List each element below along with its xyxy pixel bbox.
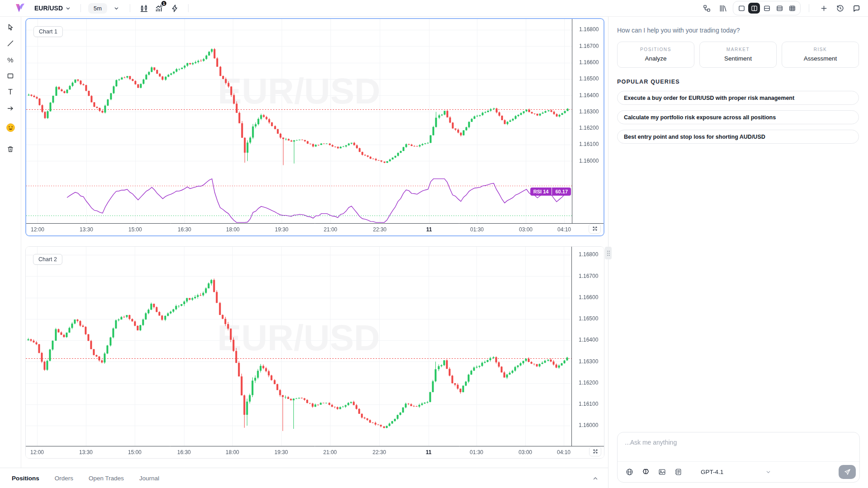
rsi-indicator-badge[interactable]: RSI 14 60.17 bbox=[530, 188, 571, 196]
grip-dots-icon bbox=[607, 250, 610, 256]
trash-tool-button[interactable] bbox=[4, 144, 17, 155]
candlestick-chart-icon[interactable] bbox=[137, 2, 150, 14]
chart1-panel: Chart 1 RSI 14 60.17 bbox=[25, 18, 604, 236]
rectangle-tool-button[interactable] bbox=[4, 70, 17, 81]
trend-line-tool-button[interactable] bbox=[4, 38, 17, 49]
chat-input-box: GPT-4.1 bbox=[617, 432, 860, 483]
layout-single-button[interactable] bbox=[736, 3, 747, 14]
lightning-icon[interactable] bbox=[168, 2, 181, 14]
app-logo-icon bbox=[14, 3, 25, 14]
card-label: Assessment bbox=[785, 55, 856, 62]
card-kicker: POSITIONS bbox=[620, 47, 691, 52]
card-kicker: MARKET bbox=[703, 47, 774, 52]
model-selector[interactable]: GPT-4.1 bbox=[701, 469, 771, 475]
chart2-expand-button[interactable] bbox=[589, 446, 601, 456]
attach-image-icon[interactable] bbox=[656, 467, 667, 478]
chart2-panel: Chart 2 bbox=[25, 246, 604, 459]
trading-app: EUR/USD 5m bbox=[0, 0, 868, 488]
toolbar-divider bbox=[80, 4, 81, 12]
tab-orders[interactable]: Orders bbox=[55, 475, 73, 482]
query-suggestion[interactable]: Execute a buy order for EUR/USD with pro… bbox=[617, 91, 859, 105]
notes-icon[interactable] bbox=[673, 467, 684, 478]
layout-two-columns-button[interactable] bbox=[748, 3, 760, 14]
symbol-label: EUR/USD bbox=[34, 5, 63, 12]
chart2-label[interactable]: Chart 2 bbox=[33, 254, 62, 265]
card-kicker: RISK bbox=[785, 47, 856, 52]
bottom-panel-tabs: Positions Orders Open Trades Journal bbox=[0, 468, 608, 488]
web-search-icon[interactable] bbox=[624, 467, 635, 478]
paper-plane-icon bbox=[844, 469, 851, 475]
chat-input[interactable] bbox=[618, 432, 859, 461]
toolbar-divider bbox=[809, 4, 809, 12]
expand-icon bbox=[592, 226, 598, 231]
top-toolbar: EUR/USD 5m bbox=[0, 0, 868, 17]
drawing-tool-rail: % T bbox=[0, 17, 21, 468]
chevron-up-icon bbox=[593, 476, 598, 481]
emoji-tool-button[interactable] bbox=[4, 122, 17, 133]
chart1-label[interactable]: Chart 1 bbox=[33, 26, 63, 37]
cursor-tool-button[interactable] bbox=[4, 22, 17, 33]
expand-icon bbox=[593, 449, 598, 454]
chart1-canvas[interactable] bbox=[26, 19, 604, 235]
chevron-down-icon bbox=[766, 469, 771, 474]
query-suggestion[interactable]: Calculate my portfolio risk exposure acr… bbox=[617, 110, 859, 124]
text-tool-button[interactable]: T bbox=[4, 87, 17, 98]
rsi-value: 60.17 bbox=[552, 188, 571, 196]
timeframe-label: 5m bbox=[94, 5, 102, 12]
arrow-tool-button[interactable] bbox=[4, 103, 17, 114]
card-risk-assessment[interactable]: RISK Assessment bbox=[782, 42, 859, 68]
indicators-icon[interactable]: 1 bbox=[153, 2, 165, 14]
tab-open-trades[interactable]: Open Trades bbox=[89, 475, 124, 482]
card-label: Sentiment bbox=[703, 55, 774, 62]
toolbar-divider bbox=[130, 4, 130, 12]
library-icon[interactable] bbox=[717, 2, 729, 14]
quick-action-cards: POSITIONS Analyze MARKET Sentiment RISK … bbox=[617, 42, 859, 68]
reasoning-brain-icon[interactable] bbox=[640, 467, 651, 478]
layout-two-rows-button[interactable] bbox=[761, 3, 773, 14]
tab-journal[interactable]: Journal bbox=[139, 475, 159, 482]
panel-collapse-button[interactable] bbox=[590, 473, 601, 484]
chevron-down-icon bbox=[66, 6, 71, 11]
tab-positions[interactable]: Positions bbox=[12, 475, 39, 482]
indicator-count-badge: 1 bbox=[160, 0, 167, 7]
percent-tool-button[interactable]: % bbox=[4, 54, 17, 65]
rsi-label: RSI 14 bbox=[530, 188, 552, 196]
send-button[interactable] bbox=[839, 465, 856, 479]
link-nodes-icon[interactable] bbox=[700, 2, 713, 14]
timeframe-chip[interactable]: 5m bbox=[88, 3, 107, 14]
layout-grid-button[interactable] bbox=[786, 3, 798, 14]
layout-switcher bbox=[733, 1, 801, 15]
panel-resize-handle[interactable] bbox=[605, 247, 612, 259]
popular-queries-title: POPULAR QUERIES bbox=[617, 79, 859, 85]
ai-assistant-panel: How can I help you with your trading tod… bbox=[608, 17, 868, 488]
symbol-selector[interactable]: EUR/USD bbox=[32, 3, 73, 14]
toolbar-divider bbox=[188, 4, 189, 12]
chart2-canvas[interactable] bbox=[26, 247, 604, 458]
chat-toggle-icon[interactable] bbox=[850, 2, 863, 14]
card-market-sentiment[interactable]: MARKET Sentiment bbox=[699, 42, 777, 68]
chevron-down-icon bbox=[114, 6, 119, 11]
layout-rows-button[interactable] bbox=[774, 3, 785, 14]
card-label: Analyze bbox=[620, 55, 691, 62]
chat-tools-row: GPT-4.1 bbox=[618, 461, 859, 482]
timeframe-dropdown[interactable] bbox=[110, 2, 123, 14]
card-positions-analyze[interactable]: POSITIONS Analyze bbox=[617, 42, 694, 68]
add-chart-icon[interactable] bbox=[817, 2, 830, 14]
model-name: GPT-4.1 bbox=[701, 469, 723, 475]
query-suggestion[interactable]: Best entry point and stop loss for short… bbox=[617, 130, 859, 144]
assistant-greeting: How can I help you with your trading tod… bbox=[617, 27, 859, 34]
history-icon[interactable] bbox=[834, 2, 846, 14]
chart1-expand-button[interactable] bbox=[589, 224, 601, 234]
